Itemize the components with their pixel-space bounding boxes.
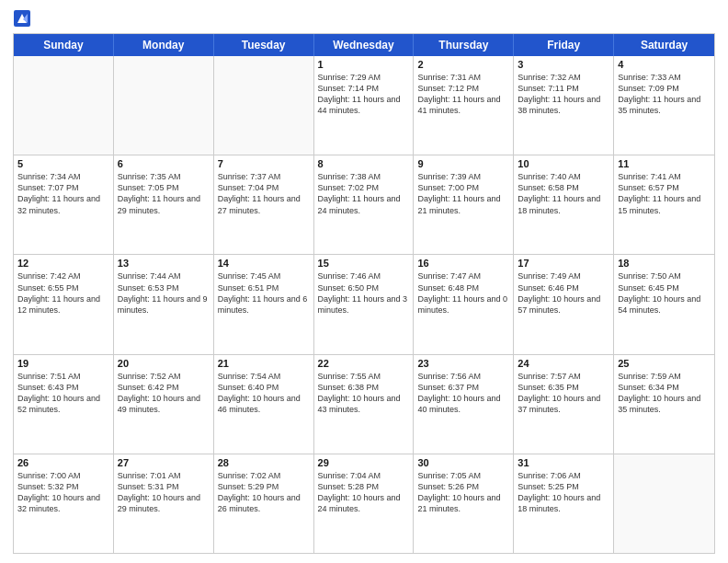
calendar-row-2: 12Sunrise: 7:42 AM Sunset: 6:55 PM Dayli… bbox=[14, 254, 714, 353]
day-number: 6 bbox=[118, 158, 210, 169]
day-info: Sunrise: 7:46 AM Sunset: 6:50 PM Dayligh… bbox=[318, 270, 410, 316]
day-cell-3: 3Sunrise: 7:32 AM Sunset: 7:11 PM Daylig… bbox=[514, 56, 614, 155]
day-number: 24 bbox=[518, 358, 609, 369]
day-number: 14 bbox=[218, 258, 310, 269]
day-cell-11: 11Sunrise: 7:41 AM Sunset: 6:57 PM Dayli… bbox=[614, 155, 714, 254]
day-cell-6: 6Sunrise: 7:35 AM Sunset: 7:05 PM Daylig… bbox=[114, 155, 214, 254]
day-info: Sunrise: 7:47 AM Sunset: 6:48 PM Dayligh… bbox=[417, 270, 509, 316]
day-info: Sunrise: 7:55 AM Sunset: 6:38 PM Dayligh… bbox=[318, 371, 410, 416]
day-cell-16: 16Sunrise: 7:47 AM Sunset: 6:48 PM Dayli… bbox=[414, 255, 514, 353]
logo bbox=[13, 9, 33, 28]
day-cell-20: 20Sunrise: 7:52 AM Sunset: 6:42 PM Dayli… bbox=[114, 355, 214, 454]
day-info: Sunrise: 7:34 AM Sunset: 7:07 PM Dayligh… bbox=[17, 171, 109, 216]
day-number: 13 bbox=[118, 258, 210, 269]
day-cell-23: 23Sunrise: 7:56 AM Sunset: 6:37 PM Dayli… bbox=[414, 355, 514, 454]
day-cell-24: 24Sunrise: 7:57 AM Sunset: 6:35 PM Dayli… bbox=[514, 355, 614, 454]
day-info: Sunrise: 7:32 AM Sunset: 7:11 PM Dayligh… bbox=[518, 72, 609, 117]
day-number: 19 bbox=[17, 358, 109, 369]
day-cell-9: 9Sunrise: 7:39 AM Sunset: 7:00 PM Daylig… bbox=[414, 155, 514, 254]
day-number: 7 bbox=[218, 158, 310, 169]
day-cell-8: 8Sunrise: 7:38 AM Sunset: 7:02 PM Daylig… bbox=[314, 155, 415, 254]
day-cell-29: 29Sunrise: 7:04 AM Sunset: 5:28 PM Dayli… bbox=[314, 454, 415, 553]
day-cell-12: 12Sunrise: 7:42 AM Sunset: 6:55 PM Dayli… bbox=[14, 255, 114, 353]
day-number: 16 bbox=[417, 258, 509, 269]
day-number: 2 bbox=[417, 59, 509, 70]
day-cell-2: 2Sunrise: 7:31 AM Sunset: 7:12 PM Daylig… bbox=[414, 56, 514, 155]
calendar-row-0: 1Sunrise: 7:29 AM Sunset: 7:14 PM Daylig… bbox=[14, 56, 714, 155]
day-info: Sunrise: 7:57 AM Sunset: 6:35 PM Dayligh… bbox=[518, 371, 609, 416]
day-number: 21 bbox=[218, 358, 310, 369]
day-number: 15 bbox=[318, 258, 410, 269]
day-info: Sunrise: 7:42 AM Sunset: 6:55 PM Dayligh… bbox=[17, 270, 109, 316]
empty-cell-0-0 bbox=[14, 56, 114, 155]
day-cell-5: 5Sunrise: 7:34 AM Sunset: 7:07 PM Daylig… bbox=[14, 155, 114, 254]
day-info: Sunrise: 7:45 AM Sunset: 6:51 PM Dayligh… bbox=[218, 270, 310, 316]
day-info: Sunrise: 7:05 AM Sunset: 5:26 PM Dayligh… bbox=[417, 470, 509, 515]
day-number: 5 bbox=[17, 158, 109, 169]
header-cell-tuesday: Tuesday bbox=[214, 34, 314, 56]
header-cell-saturday: Saturday bbox=[614, 34, 714, 56]
day-number: 27 bbox=[118, 457, 210, 468]
day-info: Sunrise: 7:40 AM Sunset: 6:58 PM Dayligh… bbox=[518, 171, 609, 216]
day-info: Sunrise: 7:35 AM Sunset: 7:05 PM Dayligh… bbox=[118, 171, 210, 216]
day-info: Sunrise: 7:37 AM Sunset: 7:04 PM Dayligh… bbox=[218, 171, 310, 216]
day-info: Sunrise: 7:33 AM Sunset: 7:09 PM Dayligh… bbox=[618, 72, 711, 117]
day-cell-4: 4Sunrise: 7:33 AM Sunset: 7:09 PM Daylig… bbox=[614, 56, 714, 155]
day-number: 12 bbox=[17, 258, 109, 269]
day-number: 23 bbox=[417, 358, 509, 369]
day-number: 25 bbox=[618, 358, 711, 369]
day-info: Sunrise: 7:41 AM Sunset: 6:57 PM Dayligh… bbox=[618, 171, 711, 216]
day-number: 31 bbox=[518, 457, 609, 468]
day-info: Sunrise: 7:52 AM Sunset: 6:42 PM Dayligh… bbox=[118, 371, 210, 416]
day-cell-22: 22Sunrise: 7:55 AM Sunset: 6:38 PM Dayli… bbox=[314, 355, 415, 454]
calendar-row-3: 19Sunrise: 7:51 AM Sunset: 6:43 PM Dayli… bbox=[14, 354, 714, 454]
calendar-row-4: 26Sunrise: 7:00 AM Sunset: 5:32 PM Dayli… bbox=[14, 454, 714, 553]
day-number: 10 bbox=[518, 158, 609, 169]
header-cell-thursday: Thursday bbox=[414, 34, 514, 56]
day-number: 3 bbox=[518, 59, 609, 70]
day-cell-25: 25Sunrise: 7:59 AM Sunset: 6:34 PM Dayli… bbox=[614, 355, 714, 454]
calendar-row-1: 5Sunrise: 7:34 AM Sunset: 7:07 PM Daylig… bbox=[14, 155, 714, 254]
day-cell-7: 7Sunrise: 7:37 AM Sunset: 7:04 PM Daylig… bbox=[214, 155, 314, 254]
header-cell-friday: Friday bbox=[514, 34, 614, 56]
empty-cell-4-6 bbox=[614, 454, 714, 553]
header-cell-sunday: Sunday bbox=[14, 34, 114, 56]
day-number: 26 bbox=[17, 457, 109, 468]
day-number: 20 bbox=[118, 358, 210, 369]
day-info: Sunrise: 7:04 AM Sunset: 5:28 PM Dayligh… bbox=[318, 470, 410, 515]
day-info: Sunrise: 7:02 AM Sunset: 5:29 PM Dayligh… bbox=[218, 470, 310, 515]
day-number: 9 bbox=[417, 158, 509, 169]
day-info: Sunrise: 7:39 AM Sunset: 7:00 PM Dayligh… bbox=[417, 171, 509, 216]
header-cell-monday: Monday bbox=[114, 34, 214, 56]
day-number: 22 bbox=[318, 358, 410, 369]
day-info: Sunrise: 7:51 AM Sunset: 6:43 PM Dayligh… bbox=[17, 371, 109, 416]
day-info: Sunrise: 7:00 AM Sunset: 5:32 PM Dayligh… bbox=[17, 470, 109, 515]
logo-icon bbox=[13, 9, 31, 28]
day-cell-31: 31Sunrise: 7:06 AM Sunset: 5:25 PM Dayli… bbox=[514, 454, 614, 553]
day-info: Sunrise: 7:38 AM Sunset: 7:02 PM Dayligh… bbox=[318, 171, 410, 216]
day-info: Sunrise: 7:50 AM Sunset: 6:45 PM Dayligh… bbox=[618, 270, 711, 316]
day-cell-1: 1Sunrise: 7:29 AM Sunset: 7:14 PM Daylig… bbox=[314, 56, 415, 155]
day-number: 28 bbox=[218, 457, 310, 468]
day-cell-27: 27Sunrise: 7:01 AM Sunset: 5:31 PM Dayli… bbox=[114, 454, 214, 553]
day-info: Sunrise: 7:56 AM Sunset: 6:37 PM Dayligh… bbox=[417, 371, 509, 416]
calendar-body: 1Sunrise: 7:29 AM Sunset: 7:14 PM Daylig… bbox=[14, 56, 714, 553]
day-cell-17: 17Sunrise: 7:49 AM Sunset: 6:46 PM Dayli… bbox=[514, 255, 614, 353]
day-cell-13: 13Sunrise: 7:44 AM Sunset: 6:53 PM Dayli… bbox=[114, 255, 214, 353]
day-cell-18: 18Sunrise: 7:50 AM Sunset: 6:45 PM Dayli… bbox=[614, 255, 714, 353]
day-number: 30 bbox=[417, 457, 509, 468]
empty-cell-0-2 bbox=[214, 56, 314, 155]
page: SundayMondayTuesdayWednesdayThursdayFrid… bbox=[0, 0, 728, 563]
day-info: Sunrise: 7:54 AM Sunset: 6:40 PM Dayligh… bbox=[218, 371, 310, 416]
header-cell-wednesday: Wednesday bbox=[314, 34, 415, 56]
day-cell-19: 19Sunrise: 7:51 AM Sunset: 6:43 PM Dayli… bbox=[14, 355, 114, 454]
day-number: 29 bbox=[318, 457, 410, 468]
day-cell-28: 28Sunrise: 7:02 AM Sunset: 5:29 PM Dayli… bbox=[214, 454, 314, 553]
day-cell-15: 15Sunrise: 7:46 AM Sunset: 6:50 PM Dayli… bbox=[314, 255, 415, 353]
day-number: 8 bbox=[318, 158, 410, 169]
day-cell-14: 14Sunrise: 7:45 AM Sunset: 6:51 PM Dayli… bbox=[214, 255, 314, 353]
day-info: Sunrise: 7:49 AM Sunset: 6:46 PM Dayligh… bbox=[518, 270, 609, 316]
day-info: Sunrise: 7:44 AM Sunset: 6:53 PM Dayligh… bbox=[118, 270, 210, 316]
day-info: Sunrise: 7:31 AM Sunset: 7:12 PM Dayligh… bbox=[417, 72, 509, 117]
day-number: 11 bbox=[618, 158, 711, 169]
